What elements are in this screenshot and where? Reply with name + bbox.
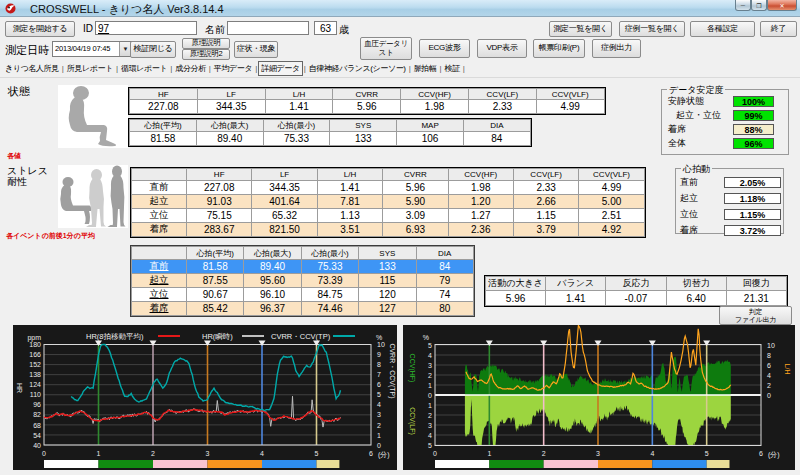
cell-value: 3.09: [383, 209, 448, 223]
cell-value: 1.41: [265, 100, 333, 114]
start-measurement-button[interactable]: 測定を開始する: [5, 21, 75, 37]
cell-value: 133: [359, 260, 416, 274]
minimize-button[interactable]: ─: [735, 0, 751, 11]
symptoms-button[interactable]: 症状・現象: [234, 41, 278, 58]
row-label[interactable]: 直前: [132, 260, 187, 274]
cell-value: 3.51: [317, 223, 382, 237]
y-right-tick: 3: [377, 411, 381, 418]
tab-4[interactable]: 成分分析: [173, 62, 207, 75]
y-left-tick: 152: [29, 361, 41, 368]
cell-value: 344.35: [252, 181, 317, 195]
maximize-button[interactable]: ❐: [751, 0, 767, 11]
tab-separator: |: [116, 64, 118, 73]
row-label[interactable]: 立位: [132, 288, 187, 302]
close-verification-button[interactable]: 検証閉じる: [130, 41, 176, 58]
state-hr-bp-table-wrap: 心拍(平均)心拍(最大)心拍(最小)SYSMAPDIA81.5889.4075.…: [128, 118, 532, 147]
y-right-tick: 10: [377, 341, 385, 348]
tab-1[interactable]: きりつ名人所見: [3, 62, 61, 75]
cell-value: 84: [416, 260, 473, 274]
y-right-title: CVRR・CCV(TP): [388, 343, 396, 398]
tab-5[interactable]: 平均データ: [212, 62, 254, 75]
phase-strip: [99, 460, 154, 468]
principle1-button[interactable]: 原理説明: [182, 38, 230, 49]
x-tick: 6: [369, 450, 373, 457]
stability-rows-label: 全体: [668, 137, 686, 150]
tab-separator: |: [170, 64, 172, 73]
y-left-title: HR: [16, 383, 23, 393]
y-right-tick: 9: [377, 351, 381, 358]
case-output-button[interactable]: 症例出力: [592, 39, 641, 58]
phase-strip: [707, 460, 730, 468]
heartbeat-rows-value: 3.72%: [724, 225, 781, 236]
exit-button[interactable]: 終了: [760, 21, 797, 37]
open-measurement-list-button[interactable]: 測定一覧を開く: [549, 21, 612, 37]
cell-value: 4.99: [579, 181, 644, 195]
ecg-wave-button[interactable]: ECG波形: [419, 39, 470, 58]
x-tick: 3: [206, 450, 210, 457]
cell-value: 821.50: [252, 223, 317, 237]
row-label[interactable]: 着席: [132, 302, 187, 316]
settings-button[interactable]: 各種設定: [690, 21, 755, 37]
y-left-tick: 5: [428, 342, 432, 349]
cell-value: 21.31: [726, 291, 786, 306]
report-print-button[interactable]: 帳票印刷(P): [533, 39, 585, 58]
event-marker-icon: [150, 341, 157, 347]
lh-axis-title: L/H: [784, 364, 791, 375]
sitting-person-icon: [58, 85, 128, 148]
data-stability-group: データ安定度 安静状態100%起立・立位99%着席88%全体96%: [661, 89, 789, 155]
cell-value: 81.58: [187, 260, 244, 274]
cell-value: 120: [359, 288, 416, 302]
row-label[interactable]: 立位: [132, 209, 187, 223]
tab-6[interactable]: 詳細データ: [258, 61, 302, 76]
bp-data-list-button[interactable]: 血圧データリスト: [360, 37, 412, 60]
maximize-icon: ❐: [756, 2, 761, 9]
open-case-list-button[interactable]: 症例一覧を開く: [619, 21, 685, 37]
tab-9[interactable]: 検証: [443, 62, 462, 75]
phase-strip: [262, 460, 317, 468]
row-label[interactable]: 直前: [132, 181, 187, 195]
cell-value: 283.67: [187, 223, 252, 237]
column-header: L/H: [265, 89, 333, 100]
judge-file-output-button[interactable]: 判定 ファイル出力: [719, 306, 792, 325]
y-left-tick: 96: [33, 401, 41, 408]
cell-value: 96.37: [244, 302, 301, 316]
heartbeat-rows-value: 2.05%: [724, 177, 781, 188]
cell-value: 1.41: [317, 181, 382, 195]
y-left-tick: 2: [428, 412, 432, 419]
y-right-tick: 1: [377, 432, 381, 439]
x-tick: 0: [42, 450, 46, 457]
x-tick: 0: [433, 450, 437, 457]
principle2-button[interactable]: 原理説明2: [182, 49, 230, 60]
column-header: CCV(VLF): [579, 169, 644, 181]
row-label[interactable]: 起立: [132, 274, 187, 288]
tab-7[interactable]: 自律神経バランス(シーソー): [307, 62, 408, 75]
ability-table-wrap: 活動の大きさバランス反応力切替力回復力5.961.41-0.076.4021.3…: [484, 275, 788, 307]
y-right-unit: %: [376, 334, 382, 341]
row-label[interactable]: 起立: [132, 195, 187, 209]
datetime-select[interactable]: 2013/04/19 07:45 ▼: [52, 41, 132, 57]
cell-value: 75.15: [187, 209, 252, 223]
x-unit-label: (分): [378, 451, 390, 459]
cell-value: 73.39: [301, 274, 358, 288]
stress-table: HFLFL/HCVRRCCV(HF)CCV(LF)CCV(VLF)直前227.0…: [131, 168, 645, 237]
y-left-tick: 180: [29, 341, 41, 348]
y-left-unit: ppm: [27, 334, 41, 342]
column-header: CCV(VLF): [536, 89, 604, 100]
tab-separator: |: [440, 64, 442, 73]
age-input[interactable]: 63: [314, 21, 337, 35]
datetime-label: 測定日時: [5, 43, 49, 58]
y-right-tick: 5: [377, 391, 381, 398]
name-input[interactable]: [227, 21, 309, 35]
row-label[interactable]: 着席: [132, 223, 187, 237]
tab-3[interactable]: 循環レポート: [119, 62, 169, 75]
cell-value: 65.32: [252, 209, 317, 223]
column-header: 心拍(最大): [244, 247, 301, 260]
tab-2[interactable]: 所見レポート: [65, 62, 115, 75]
state-hrv-table-wrap: HFLFL/HCVRRCCV(HF)CCV(LF)CCV(VLF)227.083…: [128, 87, 606, 115]
tab-8[interactable]: 脈拍幅: [412, 62, 439, 75]
close-button[interactable]: ✕: [767, 0, 797, 11]
cell-value: 81.58: [130, 132, 197, 146]
cell-value: 2.36: [448, 223, 513, 237]
vdp-view-button[interactable]: VDP表示: [477, 39, 527, 58]
id-input[interactable]: 97: [95, 21, 197, 35]
